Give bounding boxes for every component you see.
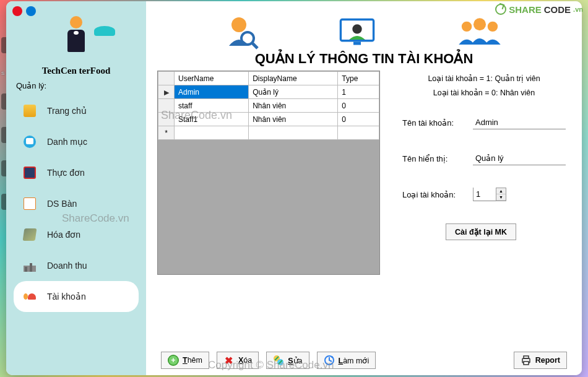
cell-displayname[interactable]: Nhân viên xyxy=(249,113,338,126)
window-controls xyxy=(12,6,36,16)
table-row[interactable]: staff Nhân viên 0 xyxy=(158,99,379,113)
close-icon[interactable] xyxy=(12,6,22,16)
add-button[interactable]: + Thêm xyxy=(161,352,209,369)
sidebar-item-menu[interactable]: Thực đơn xyxy=(14,157,139,188)
cell-username[interactable]: staff xyxy=(175,99,249,113)
edit-icon xyxy=(273,355,284,366)
account-form: Loại tài khoản = 1: Quản trị viên Loại t… xyxy=(390,71,571,342)
reset-password-button[interactable]: Cài đặt lại MK xyxy=(446,223,516,240)
type-stepper[interactable]: ▲ ▼ xyxy=(473,188,506,201)
sidebar-item-category[interactable]: Danh mục xyxy=(14,126,139,157)
svg-point-4 xyxy=(352,24,361,33)
edit-button[interactable]: Sửa xyxy=(266,352,309,369)
app-logo xyxy=(6,16,146,64)
sidebar-item-label: Doanh thu xyxy=(47,261,87,271)
minimize-icon[interactable] xyxy=(26,6,36,16)
sidebar: TechCen terFood Quản lý: Trang chủ Danh … xyxy=(6,1,146,375)
cell-type[interactable]: 0 xyxy=(338,113,379,126)
svg-rect-5 xyxy=(353,41,361,45)
col-displayname[interactable]: DisplayName xyxy=(249,72,338,85)
sidebar-item-revenue[interactable]: Doanh thu xyxy=(14,250,139,281)
legend-line: Loại tài khoản = 0: Nhân viên xyxy=(402,86,566,100)
page-title: QUẢN LÝ THÔNG TIN TÀI KHOẢN xyxy=(146,51,582,67)
stepper-down-icon[interactable]: ▼ xyxy=(496,194,506,201)
sidebar-item-label: Thực đơn xyxy=(47,168,85,178)
home-icon xyxy=(24,105,36,117)
sharecode-ring-icon xyxy=(495,4,506,15)
table-row[interactable]: ▶ Admin Quản lý 1 xyxy=(158,85,379,99)
type-label: Loại tài khoản: xyxy=(402,190,467,199)
sidebar-item-tables[interactable]: DS Bàn xyxy=(14,188,139,219)
sidebar-item-account[interactable]: Tài khoản xyxy=(14,281,139,312)
svg-rect-13 xyxy=(524,356,529,358)
cell-username[interactable]: Admin xyxy=(175,85,249,99)
cell-username[interactable]: Staff1 xyxy=(175,113,249,126)
refresh-icon xyxy=(324,355,335,366)
reset-password-label: Cài đặt lại MK xyxy=(455,227,507,236)
svg-rect-14 xyxy=(524,362,529,365)
display-label: Tên hiển thị: xyxy=(402,154,467,163)
svg-point-8 xyxy=(488,22,498,32)
svg-point-7 xyxy=(473,18,486,30)
sidebar-section-label: Quản lý: xyxy=(6,77,146,92)
app-name: TechCen terFood xyxy=(6,64,146,77)
bill-icon xyxy=(23,228,37,241)
main-content: QUẢN LÝ THÔNG TIN TÀI KHOẢN UserName Dis… xyxy=(146,1,582,375)
sidebar-item-home[interactable]: Trang chủ xyxy=(14,95,139,126)
sidebar-item-label: Danh mục xyxy=(47,137,87,147)
cell-type[interactable]: 0 xyxy=(338,99,379,113)
sidebar-item-label: Trang chủ xyxy=(47,106,87,116)
accounts-table[interactable]: UserName DisplayName Type ▶ Admin Quản l… xyxy=(158,71,379,140)
username-input[interactable] xyxy=(473,116,566,129)
account-icon xyxy=(24,290,36,303)
delete-button[interactable]: ✖ Xóa xyxy=(217,352,259,369)
table-row[interactable]: Staff1 Nhân viên 0 xyxy=(158,113,379,126)
cell-type[interactable]: 1 xyxy=(338,85,379,99)
table-icon xyxy=(24,197,36,210)
report-label: Report xyxy=(535,356,560,365)
sharecode-logo: SHARECODE.vn xyxy=(495,4,583,15)
plus-icon: + xyxy=(168,355,179,366)
accounts-grid[interactable]: UserName DisplayName Type ▶ Admin Quản l… xyxy=(157,71,380,275)
svg-point-0 xyxy=(231,17,246,32)
username-label: Tên tài khoản: xyxy=(402,118,467,128)
action-bar: + Thêm ✖ Xóa Sửa Làm mới xyxy=(146,348,582,375)
delete-icon: ✖ xyxy=(223,355,235,366)
sidebar-item-label: DS Bàn xyxy=(47,199,77,209)
stepper-up-icon[interactable]: ▲ xyxy=(496,188,506,194)
category-icon xyxy=(24,136,36,148)
display-input[interactable] xyxy=(473,152,566,165)
app-window: TechCen terFood Quản lý: Trang chủ Danh … xyxy=(6,1,582,375)
sidebar-item-label: Tài khoản xyxy=(47,292,86,301)
monitor-user-icon xyxy=(339,15,376,50)
svg-line-2 xyxy=(252,43,257,48)
type-legend: Loại tài khoản = 1: Quản trị viên Loại t… xyxy=(402,72,566,100)
col-username[interactable]: UserName xyxy=(175,72,249,85)
table-new-row[interactable]: * xyxy=(158,126,379,140)
cell-displayname[interactable]: Quản lý xyxy=(249,85,338,99)
svg-point-6 xyxy=(462,22,472,32)
type-stepper-value[interactable] xyxy=(473,188,496,201)
cell-displayname[interactable]: Nhân viên xyxy=(249,99,338,113)
row-indicator-icon: ▶ xyxy=(164,89,169,96)
sidebar-nav: Trang chủ Danh mục Thực đơn DS Bàn Hóa đ… xyxy=(6,92,146,316)
report-button[interactable]: Report xyxy=(514,352,567,369)
row-header-corner xyxy=(158,72,175,85)
refresh-button[interactable]: Làm mới xyxy=(317,352,376,369)
menu-icon xyxy=(24,167,36,179)
sidebar-item-label: Hóa đơn xyxy=(47,230,80,240)
printer-icon xyxy=(521,355,532,366)
col-type[interactable]: Type xyxy=(338,72,379,85)
new-row-indicator: * xyxy=(158,126,175,140)
users-group-icon xyxy=(454,15,505,50)
user-search-icon xyxy=(223,15,260,50)
sidebar-item-bill[interactable]: Hóa đơn xyxy=(14,219,139,250)
revenue-icon xyxy=(24,259,36,272)
legend-line: Loại tài khoản = 1: Quản trị viên xyxy=(402,72,566,86)
